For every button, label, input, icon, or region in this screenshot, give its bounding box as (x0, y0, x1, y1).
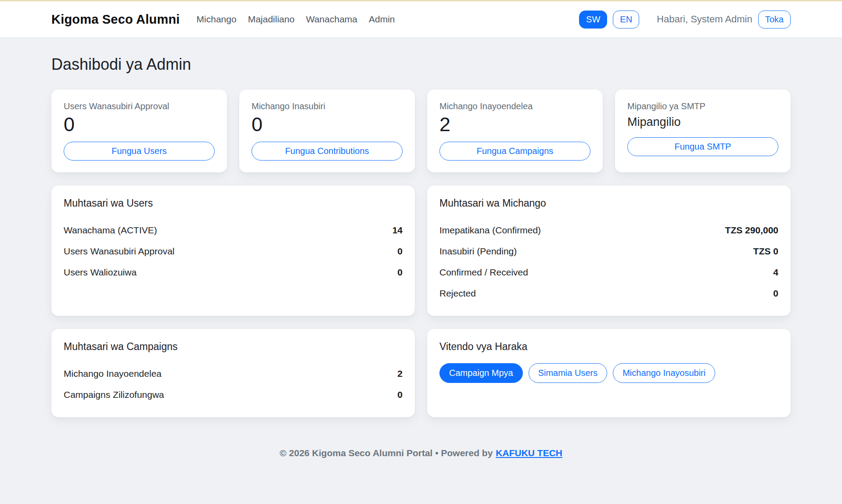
summaries-row: Muhtasari wa Users Wanachama (ACTIVE) 14… (51, 186, 791, 316)
row-value: 4 (773, 267, 778, 278)
row-value: 2 (397, 368, 403, 379)
footer-link-kafuku-tech[interactable]: KAFUKU TECH (496, 448, 562, 458)
manage-users-button[interactable]: Simamia Users (529, 363, 608, 383)
stat-card-users-pending: Users Wanasubiri Approval 0 Fungua Users (51, 89, 227, 172)
open-contributions-button[interactable]: Fungua Contributions (252, 142, 403, 161)
stat-card-smtp-settings: Mipangilio ya SMTP Mipangilio Fungua SMT… (615, 89, 791, 172)
card-title: Vitendo vya Haraka (439, 341, 778, 353)
page-title: Dashibodi ya Admin (51, 55, 791, 74)
summary-row: Users Wanasubiri Approval 0 (64, 241, 403, 262)
summary-row: Users Waliozuiwa 0 (64, 262, 403, 283)
nav-item-admin[interactable]: Admin (369, 14, 395, 25)
nav-item-majadiliano[interactable]: Majadiliano (248, 14, 295, 25)
contributions-summary-card: Muhtasari wa Michango Imepatikana (Confi… (427, 186, 791, 316)
row-label: Wanachama (ACTIVE) (64, 225, 157, 236)
row-value: 0 (773, 288, 778, 299)
stat-value: 2 (439, 113, 590, 136)
dashboard-content: Dashibodi ya Admin Users Wanasubiri Appr… (51, 55, 791, 504)
row-value: TZS 0 (753, 246, 778, 257)
summary-row: Confirmed / Received 4 (439, 262, 778, 283)
open-smtp-button[interactable]: Fungua SMTP (627, 137, 778, 156)
nav-item-wanachama[interactable]: Wanachama (306, 14, 357, 25)
summary-row: Inasubiri (Pending) TZS 0 (439, 241, 778, 262)
stat-label: Mipangilio ya SMTP (627, 101, 778, 111)
new-campaign-button[interactable]: Campaign Mpya (439, 363, 523, 383)
card-title: Muhtasari wa Users (64, 197, 403, 209)
row-value: 0 (397, 267, 403, 278)
summary-row: Wanachama (ACTIVE) 14 (64, 220, 403, 241)
summary-row: Rejected 0 (439, 283, 778, 304)
row-label: Imepatikana (Confirmed) (439, 225, 541, 236)
row-label: Confirmed / Received (439, 267, 528, 278)
card-title: Muhtasari wa Michango (439, 197, 778, 209)
nav-item-michango[interactable]: Michango (197, 14, 237, 25)
top-navbar: Kigoma Seco Alumni Michango Majadiliano … (0, 1, 842, 38)
row-label: Inasubiri (Pending) (439, 246, 517, 257)
language-toggle-en[interactable]: EN (613, 11, 639, 29)
quick-actions-card: Vitendo vya Haraka Campaign Mpya Simamia… (427, 329, 791, 417)
footer-text: © 2026 Kigoma Seco Alumni Portal • Power… (280, 448, 493, 458)
row-label: Michango Inayoendelea (64, 368, 162, 379)
summary-row: Campaigns Zilizofungwa 0 (64, 384, 403, 405)
users-summary-card: Muhtasari wa Users Wanachama (ACTIVE) 14… (51, 186, 415, 316)
row-value: 0 (397, 390, 403, 400)
quick-actions-buttons: Campaign Mpya Simamia Users Michango Ina… (439, 363, 778, 383)
card-title: Muhtasari wa Campaigns (64, 341, 403, 353)
row-label: Rejected (439, 288, 476, 299)
logout-button[interactable]: Toka (758, 11, 791, 29)
stat-label: Michango Inayoendelea (439, 101, 590, 111)
campaigns-summary-card: Muhtasari wa Campaigns Michango Inayoend… (51, 329, 415, 417)
brand-logo[interactable]: Kigoma Seco Alumni (51, 12, 180, 27)
stat-value: 0 (252, 113, 403, 136)
bottom-row: Muhtasari wa Campaigns Michango Inayoend… (51, 329, 791, 417)
summary-row: Imepatikana (Confirmed) TZS 290,000 (439, 220, 778, 241)
row-label: Users Waliozuiwa (64, 267, 137, 278)
open-users-button[interactable]: Fungua Users (64, 142, 215, 161)
language-toggle-sw[interactable]: SW (579, 11, 607, 29)
pending-contributions-button[interactable]: Michango Inayosubiri (613, 363, 715, 383)
stat-label: Michango Inasubiri (252, 101, 403, 111)
open-campaigns-button[interactable]: Fungua Campaigns (439, 142, 590, 161)
row-value: 0 (397, 246, 403, 257)
summary-row: Michango Inayoendelea 2 (64, 363, 403, 384)
footer: © 2026 Kigoma Seco Alumni Portal • Power… (51, 448, 791, 504)
stat-value: Mipangilio (627, 115, 778, 129)
row-label: Users Wanasubiri Approval (64, 246, 175, 257)
row-label: Campaigns Zilizofungwa (64, 390, 164, 400)
main-nav: Michango Majadiliano Wanachama Admin (197, 14, 395, 25)
stat-cards-row: Users Wanasubiri Approval 0 Fungua Users… (51, 89, 791, 172)
row-value: 14 (392, 225, 403, 236)
stat-label: Users Wanasubiri Approval (64, 101, 215, 111)
stat-card-campaigns-active: Michango Inayoendelea 2 Fungua Campaigns (427, 89, 603, 172)
user-greeting: Habari, System Admin (657, 14, 752, 25)
stat-card-contributions-pending: Michango Inasubiri 0 Fungua Contribution… (239, 89, 415, 172)
row-value: TZS 290,000 (725, 225, 778, 236)
stat-value: 0 (64, 113, 215, 136)
